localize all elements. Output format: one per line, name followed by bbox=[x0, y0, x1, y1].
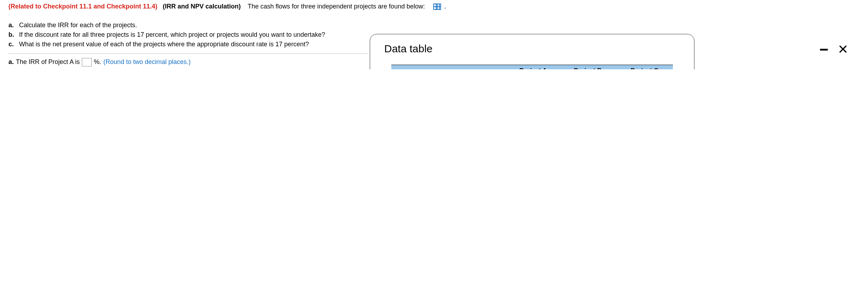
close-icon[interactable]: ✕ bbox=[838, 43, 848, 56]
cashflow-table: Project A Project B Project C Year 0 (In… bbox=[391, 65, 673, 69]
section-divider bbox=[8, 53, 368, 54]
rounding-hint: (Round to two decimal places.) bbox=[103, 58, 191, 66]
topic-label: (IRR and NPV calculation) bbox=[163, 3, 241, 10]
modal-title: Data table bbox=[384, 43, 680, 55]
data-table-modal: Data table Project A Project B Project C… bbox=[370, 34, 694, 69]
col-project-a: Project A bbox=[507, 65, 559, 69]
answer-post: %. bbox=[94, 58, 101, 66]
question-a-label: a. bbox=[8, 21, 16, 30]
question-b-label: b. bbox=[8, 30, 16, 39]
col-project-b: Project B bbox=[559, 65, 616, 69]
intro-period: . bbox=[444, 3, 446, 10]
minimize-icon[interactable] bbox=[820, 49, 828, 51]
window-controls: ✕ bbox=[820, 43, 848, 56]
question-c-text: What is the net present value of each of… bbox=[19, 40, 309, 49]
col-project-c: Project C bbox=[616, 65, 673, 69]
answer-label: a. bbox=[8, 58, 14, 66]
checkpoint-reference: (Related to Checkpoint 11.1 and Checkpoi… bbox=[8, 3, 157, 10]
irr-input[interactable] bbox=[82, 58, 92, 66]
data-table-icon[interactable] bbox=[433, 4, 441, 10]
question-c-label: c. bbox=[8, 40, 16, 49]
intro-text: The cash flows for three independent pro… bbox=[248, 3, 425, 10]
answer-pre: The IRR of Project A is bbox=[16, 58, 80, 66]
question-a-text: Calculate the IRR for each of the projec… bbox=[19, 21, 137, 30]
question-b-text: If the discount rate for all three proje… bbox=[19, 30, 325, 39]
col-blank bbox=[391, 65, 507, 69]
